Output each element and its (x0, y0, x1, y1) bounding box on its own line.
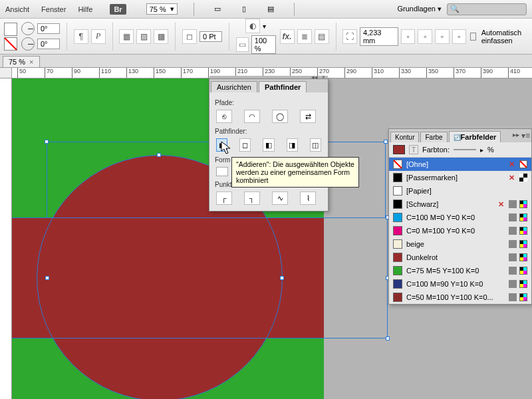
swatch-row[interactable]: [Papier] (389, 184, 531, 198)
close-tab-icon[interactable]: × (29, 58, 33, 66)
menu-ansicht[interactable]: Ansicht (5, 5, 29, 13)
panel-menu-icon[interactable]: ▾≡ (521, 131, 530, 140)
shear-dial-icon[interactable] (21, 37, 35, 51)
pathfinder-subtract-icon[interactable]: ◻ (239, 138, 251, 152)
menu-fenster[interactable]: Fenster (41, 5, 66, 13)
point-corner-icon[interactable]: ┐ (244, 192, 260, 205)
menu-hilfe[interactable]: Hilfe (78, 5, 92, 13)
swatch-row[interactable]: C=100 M=0 Y=0 K=0 (389, 211, 531, 224)
rotate-dial-icon[interactable] (21, 22, 35, 35)
anchor-point[interactable] (280, 276, 284, 280)
pathfinder-intersect-icon[interactable]: ◧ (263, 138, 274, 152)
opacity-icon-b[interactable]: ▭ (236, 37, 249, 52)
path-reverse-icon[interactable]: ⇄ (300, 110, 316, 123)
shear-angle-field[interactable]: 0° (37, 39, 60, 49)
fit-a-icon[interactable]: ▫ (401, 29, 416, 44)
pathfinder-add-icon[interactable]: ◼ (216, 138, 227, 152)
swatch-row[interactable]: C=75 M=5 Y=100 K=0 (389, 264, 531, 277)
view-mode-b-icon[interactable]: ▯ (237, 2, 251, 17)
chevron-down-icon: ▾ (170, 5, 174, 13)
selection-handle[interactable] (45, 140, 49, 144)
path-join-icon[interactable]: ⎋ (216, 110, 232, 123)
wrap-icon-a[interactable]: ▦ (119, 29, 134, 44)
view-mode-a-icon[interactable]: ▭ (210, 2, 225, 17)
control-bar: 0° 0° ¶ P ▦ ▨ ▩ ◻ 0 Pt ◐▾ ▭100 % fx. ≣ ▤… (0, 19, 532, 55)
anchor-point[interactable] (157, 153, 161, 157)
fit-d-icon[interactable]: ▫ (452, 29, 467, 44)
swatch-flags (509, 293, 527, 301)
formatting-text-icon[interactable]: T (409, 145, 418, 154)
view-mode-c-icon[interactable]: ▤ (263, 2, 278, 17)
frame-mm-field[interactable]: 4,233 mm (360, 27, 398, 46)
crop-icon[interactable]: ⛶ (342, 29, 357, 44)
tab-farbe[interactable]: Farbe (420, 132, 447, 142)
fill-stroke-swatches (4, 23, 17, 51)
tab-kontur[interactable]: Kontur (390, 132, 419, 142)
fill-swatch[interactable] (4, 23, 17, 36)
wrap-icon-c[interactable]: ▩ (154, 29, 168, 44)
point-symmetric-icon[interactable]: ⌇ (300, 192, 316, 205)
swatch-row[interactable]: Dunkelrot (389, 251, 531, 264)
swatch-flags (509, 240, 527, 248)
section-paths-label: Pfade: (215, 99, 323, 106)
swatch-row[interactable]: C=100 M=90 Y=10 K=0 (389, 277, 531, 291)
path-close-icon[interactable]: ◯ (272, 110, 288, 123)
point-plain-icon[interactable]: ┌ (216, 192, 232, 205)
swatch-row[interactable]: C=0 M=100 Y=0 K=0 (389, 224, 531, 237)
fill-proxy[interactable] (393, 145, 405, 154)
swatch-row[interactable]: [Ohne]✕ (389, 158, 531, 171)
rotate-controls: 0° 0° (21, 22, 60, 51)
bridge-button[interactable]: Br (110, 4, 126, 15)
tab-ausrichten[interactable]: Ausrichten (211, 81, 257, 92)
selection-handle[interactable] (384, 140, 388, 144)
corner-pt-field[interactable]: 0 Pt (200, 31, 222, 42)
document-tab[interactable]: 75 % × (3, 56, 40, 67)
corner-type-icon[interactable]: ◻ (182, 29, 197, 44)
pathfinder-exclude-icon[interactable]: ◨ (287, 138, 298, 152)
swatch-row[interactable]: C=50 M=100 Y=100 K=0... (389, 291, 531, 304)
collapse-icon[interactable]: ▸▸ (513, 131, 519, 138)
panel-grip[interactable]: ◂◂× (209, 76, 328, 79)
tint-field[interactable] (454, 149, 476, 150)
stroke-swatch[interactable] (4, 37, 17, 51)
tab-pathfinder[interactable]: Pathfinder (259, 81, 307, 92)
opacity-icon-a[interactable]: ◐ (245, 19, 260, 33)
auto-fit-label: Automatisch einfassen (481, 29, 528, 45)
swatch-name: [Ohne] (406, 160, 505, 168)
swatch-row[interactable]: [Passermarken]✕ (389, 171, 531, 184)
char-style-icon[interactable]: P (91, 29, 106, 44)
collapse-icon[interactable]: ◂◂ (311, 74, 318, 80)
point-smooth-icon[interactable]: ∿ (272, 192, 288, 205)
swatch-name: C=100 M=0 Y=0 K=0 (406, 213, 505, 221)
fx-group: fx. ≣ ▤ (280, 29, 329, 44)
path-open-icon[interactable]: ◠ (244, 110, 260, 123)
selection-handle[interactable] (386, 336, 390, 340)
pathfinder-minusback-icon[interactable]: ◫ (310, 138, 321, 152)
swatch-flags: ✕ (498, 200, 527, 208)
fit-c-icon[interactable]: ▫ (435, 29, 450, 44)
pathfinder-panel: ◂◂× Ausrichten Pathfinder Pfade: ⎋ ◠ ◯ ⇄… (209, 78, 329, 211)
wrap-icon-b[interactable]: ▨ (136, 29, 151, 44)
auto-fit-checkbox[interactable] (470, 33, 475, 41)
shape-rect-icon[interactable] (216, 167, 228, 176)
fx-icon[interactable]: fx. (280, 29, 295, 44)
search-input[interactable]: 🔍 (447, 3, 527, 15)
swatch-row[interactable]: [Schwarz]✕ (389, 198, 531, 211)
opacity-field[interactable]: 100 % (251, 35, 276, 54)
anchor-point[interactable] (45, 276, 49, 280)
para-style-icon[interactable]: ¶ (74, 29, 88, 44)
close-panel-icon[interactable]: × (322, 74, 325, 80)
zoom-level-field[interactable]: 75 %▾ (146, 3, 178, 15)
tab-farbfelder[interactable]: 🔃Farbfelder (449, 131, 501, 142)
align-panel-icon[interactable]: ≣ (297, 29, 312, 44)
rotate-angle-field[interactable]: 0° (37, 23, 60, 34)
swatch-row[interactable]: beige (389, 237, 531, 251)
workspace-switcher[interactable]: Grundlagen ▾ (397, 5, 442, 13)
document-tab-label: 75 % (9, 58, 25, 66)
tint-slider-icon[interactable]: ▸ (480, 146, 483, 154)
separator (336, 23, 336, 51)
ruler-origin[interactable] (0, 68, 12, 78)
text-frame-icon[interactable]: ▤ (315, 29, 329, 44)
fit-b-icon[interactable]: ▫ (418, 29, 432, 44)
auto-fit-group: Automatisch einfassen (470, 29, 528, 45)
